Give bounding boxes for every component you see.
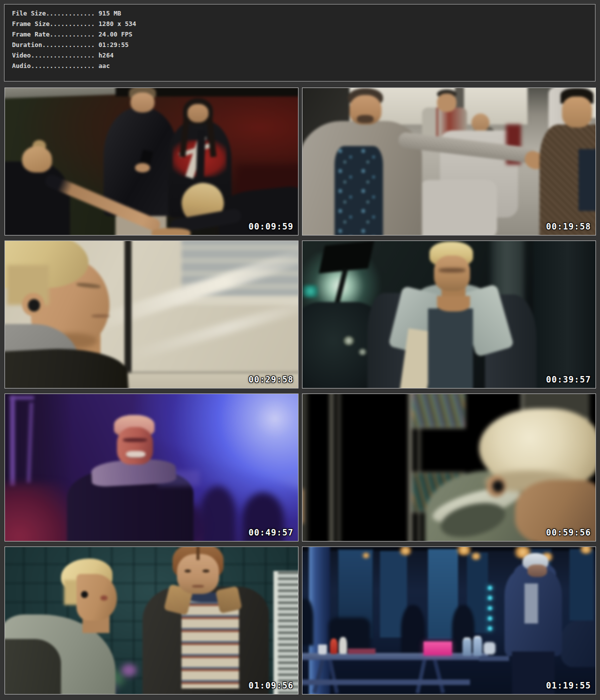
bottle-shape [339,637,347,654]
framed-art [412,394,466,428]
bottle-shape [462,638,472,656]
scene-shape [276,571,298,694]
table-shape [302,653,488,660]
screenshot-frame: 00:09:59 [4,88,298,236]
info-row-frame-rate: Frame Rate............24.00 FPS [12,29,595,40]
screenshot-frame: 00:19:58 [302,88,596,236]
timestamp-overlay: 00:59:56 [546,528,591,538]
info-dots: ................. [31,52,95,59]
scene-shape [303,285,318,298]
cyan-light-dot [488,596,492,600]
scene-art-van-interior [302,88,596,236]
info-row-file-size: File Size.............915 MB [12,8,595,18]
window-shape [570,549,594,620]
screenshot-grid: 00:09:59 [4,88,596,694]
car-silhouette [560,620,596,667]
scene-art-blurred-head [302,394,596,542]
scene-shape [184,570,191,572]
info-dots: ............. [46,10,95,17]
scene-art-cage-talk [4,546,298,694]
info-dots: ............ [50,30,94,38]
scene-art-club [4,394,298,542]
info-value: 1280 x 534 [98,20,136,28]
scene-art-dark-room [4,88,298,236]
timestamp-overlay: 00:19:58 [546,222,591,232]
cyan-light-dot [488,626,492,631]
scene-shape [437,296,470,312]
info-value: 24.00 FPS [98,30,132,38]
scene-shape [196,546,200,560]
timestamp-overlay: 00:09:59 [248,222,294,232]
screenshot-frame: 01:09:56 [4,546,298,694]
bench-shape [302,680,470,685]
scene-shape [534,240,596,388]
person-silhouette [401,605,425,658]
info-row-duration: Duration..............01:29:55 [12,40,595,50]
scene-shape [578,149,596,211]
scene-shape [330,394,333,542]
scene-shape [274,571,278,694]
info-label: Frame Size [12,20,50,28]
scene-shape [437,94,456,112]
table-shape [479,656,509,660]
scene-shape [302,489,304,523]
info-label: Video [12,52,31,59]
scene-shape [152,228,190,236]
info-row-frame-size: Frame Size............1280 x 534 [12,18,595,29]
person-silhouette [302,599,314,646]
screenshot-frame: 00:59:56 [302,394,596,542]
scene-shape [122,664,136,676]
info-label: Duration [12,41,42,48]
info-value: aac [98,62,110,70]
scene-art-profile-window [4,240,298,388]
scene-shape [192,585,204,588]
scene-shape [100,596,108,600]
info-dots: .............. [42,41,94,48]
scene-shape [357,115,374,123]
bottle-shape [473,636,482,656]
scene-shape [4,639,61,694]
scene-shape [524,584,538,624]
cyan-light-dot [488,586,492,590]
scene-shape [4,394,298,542]
scene-shape [338,394,340,542]
scene-shape [484,642,496,654]
scene-shape [334,146,382,236]
info-dots: ................. [31,62,95,70]
media-info-panel: File Size.............915 MB Frame Size.… [4,4,596,82]
info-label: Audio [12,62,31,70]
info-value: 915 MB [98,10,121,17]
scene-shape [528,564,547,577]
info-value: h264 [98,52,114,59]
info-label: Frame Rate [12,30,50,38]
scene-shape [428,308,473,388]
cyan-light-dot [488,616,492,621]
person-silhouette [434,256,470,291]
pink-box-shape [424,642,452,656]
timestamp-overlay: 01:19:55 [546,680,591,690]
timestamp-overlay: 00:29:58 [248,374,294,384]
scene-art-garage [302,240,596,388]
cup-shape [318,644,327,654]
timestamp-overlay: 01:09:56 [248,680,294,690]
scene-shape [202,570,209,572]
scene-shape [92,314,110,318]
cyan-light-dot [488,606,492,611]
scene-shape [124,240,132,388]
light-bokeh [470,552,482,560]
timestamp-overlay: 00:49:57 [248,528,294,538]
bottle-shape [330,638,337,654]
timestamp-overlay: 00:39:57 [546,374,591,384]
scene-art-night-yard [302,546,596,694]
light-bokeh [398,546,413,556]
scene-shape [562,96,592,128]
screenshot-frame: 00:29:58 [4,240,298,388]
scene-shape [419,180,498,236]
person-silhouette [4,162,70,236]
info-value: 01:29:55 [98,41,128,48]
info-dots: ............ [50,20,94,28]
screenshot-frame: 01:19:55 [302,546,596,694]
scene-shape [188,104,208,122]
scene-shape [130,92,154,112]
scene-shape [438,268,466,272]
